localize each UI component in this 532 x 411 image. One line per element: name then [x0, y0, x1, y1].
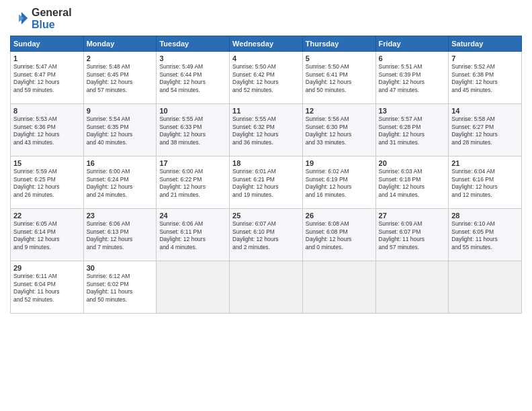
table-row: 16Sunrise: 6:00 AMSunset: 6:24 PMDayligh… — [83, 156, 157, 209]
table-row: 19Sunrise: 6:02 AMSunset: 6:19 PMDayligh… — [302, 156, 375, 209]
cell-line: Sunset: 6:41 PM — [306, 71, 373, 79]
cell-line: and 4 minutes. — [159, 244, 226, 251]
day-number: 19 — [306, 159, 373, 167]
cell-line: and 9 minutes. — [13, 244, 81, 251]
cell-line: Sunset: 6:38 PM — [451, 71, 519, 79]
day-number: 13 — [379, 107, 446, 115]
col-tuesday: Tuesday — [157, 36, 230, 52]
cell-line: and 7 minutes. — [87, 244, 154, 251]
day-number: 23 — [87, 212, 154, 220]
calendar-row-3: 15Sunrise: 5:59 AMSunset: 6:25 PMDayligh… — [11, 156, 522, 209]
cell-line: Sunrise: 6:07 AM — [232, 220, 300, 228]
cell-line: Sunset: 6:36 PM — [13, 124, 81, 131]
day-number: 8 — [13, 107, 81, 115]
cell-line: and 52 minutes. — [232, 87, 300, 94]
day-number: 16 — [87, 159, 154, 167]
table-row: 9Sunrise: 5:54 AMSunset: 6:35 PMDaylight… — [83, 104, 157, 156]
cell-line: Daylight: 12 hours — [451, 183, 519, 191]
cell-line: and 57 minutes. — [87, 87, 154, 94]
logo-text: General Blue — [32, 7, 72, 30]
table-row: 20Sunrise: 6:03 AMSunset: 6:18 PMDayligh… — [375, 156, 449, 209]
cell-line: Sunset: 6:42 PM — [232, 71, 300, 79]
cell-line: Sunrise: 5:48 AM — [87, 63, 154, 71]
cell-line: Daylight: 12 hours — [87, 79, 154, 86]
table-row: 2Sunrise: 5:48 AMSunset: 6:45 PMDaylight… — [83, 52, 157, 104]
cell-line: and 38 minutes. — [159, 139, 226, 146]
cell-line: Sunrise: 5:53 AM — [13, 116, 81, 123]
day-number: 27 — [379, 212, 446, 220]
cell-line: Sunset: 6:24 PM — [87, 176, 154, 183]
day-number: 22 — [13, 212, 81, 220]
day-number: 9 — [87, 107, 154, 115]
table-row: 28Sunrise: 6:10 AMSunset: 6:05 PMDayligh… — [449, 209, 522, 261]
day-number: 30 — [87, 264, 154, 272]
day-number: 14 — [451, 107, 519, 115]
cell-line: Sunset: 6:05 PM — [451, 228, 519, 236]
cell-line: Sunrise: 6:08 AM — [306, 220, 373, 228]
table-row — [375, 261, 449, 314]
cell-line: Daylight: 12 hours — [13, 131, 81, 138]
cell-line: Sunrise: 6:10 AM — [451, 220, 519, 228]
day-number: 26 — [306, 212, 373, 220]
cell-line: Daylight: 12 hours — [87, 183, 154, 191]
day-number: 4 — [232, 54, 300, 62]
table-row: 4Sunrise: 5:50 AMSunset: 6:42 PMDaylight… — [230, 52, 303, 104]
day-number: 18 — [232, 159, 300, 167]
cell-line: Daylight: 12 hours — [87, 236, 154, 243]
cell-line: Sunrise: 5:50 AM — [232, 63, 300, 71]
cell-line: and 12 minutes. — [451, 191, 519, 199]
cell-line: and 0 minutes. — [306, 244, 373, 251]
cell-line: Sunrise: 6:11 AM — [13, 273, 81, 280]
cell-line: Sunset: 6:19 PM — [306, 176, 373, 183]
cell-line: and 47 minutes. — [379, 87, 446, 94]
cell-line: Daylight: 12 hours — [306, 183, 373, 191]
cell-line: Sunrise: 6:06 AM — [159, 220, 226, 228]
day-number: 28 — [451, 212, 519, 220]
cell-line: Daylight: 12 hours — [306, 79, 373, 86]
cell-line: Sunrise: 6:04 AM — [451, 168, 519, 175]
cell-line: Sunset: 6:16 PM — [451, 176, 519, 183]
cell-line: Sunrise: 5:49 AM — [159, 63, 226, 71]
day-number: 21 — [451, 159, 519, 167]
cell-line: Sunrise: 5:52 AM — [451, 63, 519, 71]
day-number: 11 — [232, 107, 300, 115]
cell-line: Daylight: 12 hours — [379, 131, 446, 138]
cell-line: and 57 minutes. — [379, 244, 446, 251]
header-row: Sunday Monday Tuesday Wednesday Thursday… — [11, 36, 522, 52]
cell-line: and 31 minutes. — [379, 139, 446, 146]
table-row — [230, 261, 303, 314]
cell-line: Daylight: 12 hours — [306, 131, 373, 138]
calendar-row-1: 1Sunrise: 5:47 AMSunset: 6:47 PMDaylight… — [11, 52, 522, 104]
day-number: 24 — [159, 212, 226, 220]
cell-line: Daylight: 12 hours — [159, 79, 226, 86]
table-row — [157, 261, 230, 314]
cell-line: Sunrise: 6:09 AM — [379, 220, 446, 228]
header: General Blue — [10, 7, 522, 30]
cell-line: Sunset: 6:25 PM — [13, 176, 81, 183]
table-row: 21Sunrise: 6:04 AMSunset: 6:16 PMDayligh… — [449, 156, 522, 209]
cell-line: Sunset: 6:11 PM — [159, 228, 226, 236]
cell-line: and 2 minutes. — [232, 244, 300, 251]
table-row: 12Sunrise: 5:56 AMSunset: 6:30 PMDayligh… — [302, 104, 375, 156]
col-saturday: Saturday — [449, 36, 522, 52]
cell-line: Daylight: 12 hours — [232, 183, 300, 191]
cell-line: Daylight: 12 hours — [232, 236, 300, 243]
cell-line: Sunrise: 5:55 AM — [159, 116, 226, 123]
day-number: 5 — [306, 54, 373, 62]
cell-line: and 16 minutes. — [306, 191, 373, 199]
table-row: 15Sunrise: 5:59 AMSunset: 6:25 PMDayligh… — [11, 156, 84, 209]
cell-line: Sunset: 6:04 PM — [13, 281, 81, 288]
cell-line: Sunrise: 6:02 AM — [306, 168, 373, 175]
cell-line: Daylight: 12 hours — [159, 236, 226, 243]
cell-line: Sunrise: 6:03 AM — [379, 168, 446, 175]
cell-line: Daylight: 12 hours — [13, 183, 81, 191]
cell-line: and 50 minutes. — [306, 87, 373, 94]
cell-line: Daylight: 12 hours — [379, 79, 446, 86]
day-number: 6 — [379, 54, 446, 62]
cell-line: and 55 minutes. — [451, 244, 519, 251]
cell-line: Sunset: 6:35 PM — [87, 124, 154, 131]
cell-line: Sunrise: 6:05 AM — [13, 220, 81, 228]
cell-line: Sunrise: 5:55 AM — [232, 116, 300, 123]
cell-line: and 52 minutes. — [13, 296, 81, 304]
cell-line: Sunrise: 5:57 AM — [379, 116, 446, 123]
